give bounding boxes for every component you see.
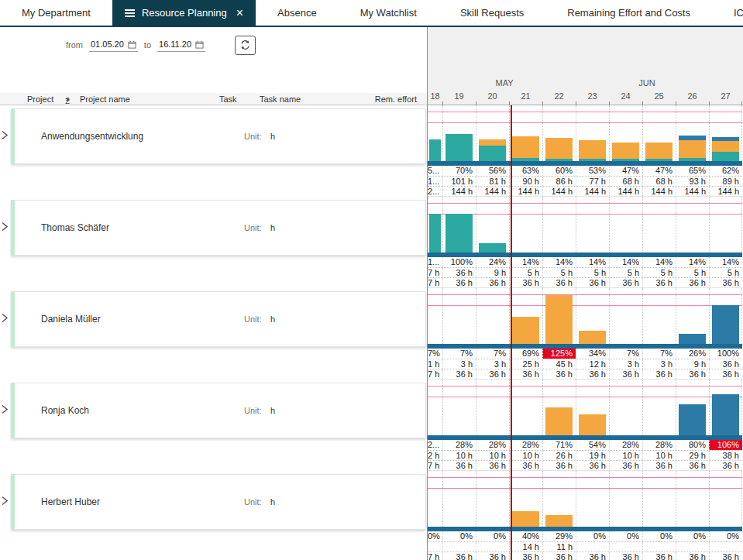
expand-chevron[interactable] — [1, 130, 9, 143]
utilization-chart — [428, 105, 742, 161]
col-task[interactable]: Task — [219, 94, 237, 104]
resource-card[interactable]: Thomas SchäferUnit:h — [11, 200, 426, 256]
values-row-percent: 5...70%56%63%60%53%47%47%65%62% — [428, 166, 742, 176]
tab-remaining-effort-and-costs[interactable]: Remaining Effort and Costs — [545, 0, 712, 26]
gridline — [709, 288, 710, 344]
percent-cell: 125% — [542, 349, 576, 359]
resource-card[interactable]: Daniela MüllerUnit:h — [11, 291, 426, 347]
resource-card[interactable]: Herbert HuberUnit:h — [11, 474, 426, 530]
resource-row: AnwendungsentwicklungUnit:h — [0, 108, 427, 164]
percent-cell: 0% — [428, 531, 442, 541]
chart-row: 5...70%56%63%60%53%47%47%65%62%1...101 h… — [428, 105, 742, 197]
capacity-cell: 36 h — [609, 278, 642, 287]
capacity-cell: 36 h — [576, 461, 609, 470]
capacity-cell: 7 h — [428, 278, 442, 287]
values-row-hours: 7 h36 h9 h5 h5 h5 h5 h5 h5 h5 h — [428, 267, 742, 277]
percent-cell: 54% — [576, 440, 609, 450]
utilization-chart — [428, 288, 742, 344]
gridline — [476, 197, 476, 253]
percent-cell: 47% — [609, 166, 642, 176]
hours-cell: 68 h — [642, 177, 676, 186]
close-icon[interactable]: × — [236, 7, 243, 19]
resource-card[interactable]: AnwendungsentwicklungUnit:h — [11, 108, 426, 164]
values-table: 7%7%7%69%125%34%7%7%26%100%1 h3 h3 h25 h… — [428, 349, 742, 380]
hours-cell: 5 h — [709, 268, 742, 277]
capacity-cell: 36 h — [709, 369, 742, 379]
week-label: 22 — [542, 91, 576, 104]
percent-cell: 0% — [576, 531, 609, 541]
percent-cell: 1... — [428, 257, 442, 267]
capacity-cell: 36 h — [442, 552, 476, 560]
tab-resource-planning[interactable]: Resource Planning× — [112, 0, 256, 26]
col-project[interactable]: Project — [27, 94, 53, 104]
bar-segment — [712, 141, 739, 152]
utilization-chart — [428, 197, 742, 253]
hours-cell: 11 h — [542, 542, 576, 551]
week-label: 23 — [576, 91, 609, 104]
hours-cell: 3 h — [609, 359, 642, 369]
tab-ica[interactable]: ICA — [712, 0, 743, 26]
gridline — [476, 288, 476, 344]
percent-cell: 40% — [509, 531, 542, 541]
gridline — [609, 197, 610, 253]
gridline — [609, 471, 610, 527]
percent-cell: 0% — [642, 531, 676, 541]
bar-segment — [545, 295, 573, 344]
gridline — [741, 288, 742, 344]
percent-cell: 26% — [676, 349, 709, 359]
expand-chevron[interactable] — [1, 313, 9, 326]
bar-segment — [679, 404, 706, 435]
utilization-chart — [428, 380, 742, 435]
calendar-icon[interactable] — [128, 40, 136, 49]
date-from-field[interactable]: 01.05.20 — [89, 38, 138, 52]
capacity-cell: 36 h — [609, 552, 642, 560]
resource-card[interactable]: Ronja KochUnit:h — [11, 383, 426, 438]
tab-absence[interactable]: Absence — [256, 0, 339, 26]
capacity-cell: 36 h — [542, 278, 576, 287]
capacity-limit-line — [428, 112, 742, 112]
resource-row: Herbert HuberUnit:h — [0, 474, 427, 530]
bar-segment — [479, 243, 506, 253]
percent-cell: 7% — [428, 349, 442, 359]
col-rem-effort[interactable]: Rem. effort — [375, 94, 417, 104]
expand-chevron[interactable] — [1, 222, 9, 235]
tab-label: Remaining Effort and Costs — [567, 7, 690, 19]
bar-segment — [579, 159, 606, 161]
bar-segment — [479, 139, 506, 146]
capacity-cell: 36 h — [676, 369, 709, 379]
gridline — [609, 105, 610, 161]
utilization-bar — [445, 134, 473, 161]
hours-cell: 5 h — [542, 268, 576, 277]
date-to-field[interactable]: 16.11.20 — [157, 38, 205, 52]
gridline — [709, 197, 710, 253]
capacity-100-line — [428, 397, 742, 397]
tab-label: ICA — [734, 7, 743, 19]
gridline — [642, 288, 643, 344]
hours-cell: 10 h — [642, 451, 676, 460]
tab-my-watchlist[interactable]: My Watchlist — [339, 0, 439, 26]
capacity-limit-line — [428, 386, 742, 387]
col-task-name[interactable]: Task name — [260, 94, 301, 104]
expand-chevron[interactable] — [1, 496, 9, 509]
percent-cell: 14% — [509, 257, 542, 267]
refresh-button[interactable] — [235, 36, 256, 55]
hours-cell: 10 h — [509, 451, 542, 460]
capacity-cell: 36 h — [542, 552, 576, 560]
menu-icon[interactable] — [125, 9, 135, 17]
col-project-name[interactable]: Project name — [80, 94, 130, 104]
date-from-value[interactable]: 01.05.20 — [91, 40, 124, 49]
percent-cell: 28% — [442, 440, 476, 450]
capacity-cell: 144 h — [542, 187, 576, 196]
percent-cell: 0% — [676, 531, 709, 541]
gridline — [642, 380, 643, 435]
capacity-100-line — [428, 305, 742, 306]
gridline — [642, 105, 643, 161]
hours-cell — [476, 542, 509, 551]
calendar-icon[interactable] — [195, 40, 204, 49]
gridline — [509, 288, 510, 344]
date-to-value[interactable]: 16.11.20 — [159, 40, 191, 49]
tab-skill-requests[interactable]: Skill Requests — [439, 0, 545, 26]
gridline — [509, 105, 510, 161]
expand-chevron[interactable] — [1, 404, 9, 417]
tab-my-department[interactable]: My Department — [0, 0, 112, 26]
